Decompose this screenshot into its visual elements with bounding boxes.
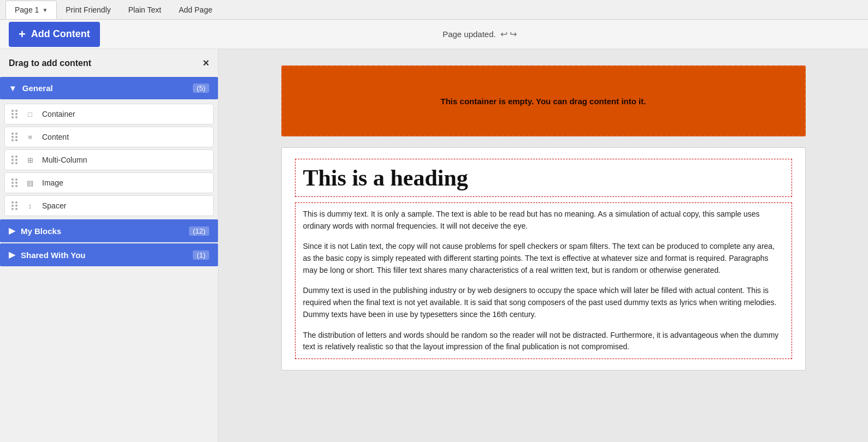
paragraph-4: The distribution of letters and words sh… — [303, 330, 784, 353]
tab-page1-label: Page 1 — [15, 5, 39, 14]
container-icon: □ — [25, 110, 36, 118]
spacer-icon: ↕ — [25, 201, 36, 210]
main-layout: Drag to add content × ▼ General (5) □ Co… — [0, 49, 868, 442]
multi-column-icon: ⊞ — [25, 156, 36, 164]
drag-handle-image — [11, 178, 18, 187]
sidebar-item-container[interactable]: □ Container — [4, 104, 214, 124]
my-blocks-arrow-icon: ▶ — [9, 226, 15, 236]
content-heading: This is a heading — [303, 165, 468, 190]
image-label: Image — [42, 178, 63, 187]
my-blocks-label: My Blocks — [21, 226, 61, 236]
paragraph-3: Dummy text is used in the publishing ind… — [303, 285, 784, 320]
add-content-button[interactable]: + Add Content — [9, 22, 100, 47]
add-content-label: Add Content — [31, 28, 90, 40]
drag-handle-spacer — [11, 201, 18, 210]
sidebar-header: Drag to add content × — [0, 49, 218, 77]
general-items: □ Container ≡ Content ⊞ Multi-Column — [0, 100, 218, 219]
sidebar-close-button[interactable]: × — [203, 57, 209, 69]
empty-container-text: This container is empty. You can drag co… — [441, 97, 646, 106]
sidebar-item-multi-column[interactable]: ⊞ Multi-Column — [4, 150, 214, 170]
tab-add-page-label: Add Page — [179, 5, 212, 14]
general-arrow-icon: ▼ — [9, 83, 17, 93]
section-shared-with-you-header[interactable]: ▶ Shared With You (1) — [0, 243, 218, 266]
content-icon: ≡ — [25, 133, 36, 141]
tab-page1[interactable]: Page 1 ▼ — [5, 1, 57, 19]
sidebar-item-image[interactable]: ▤ Image — [4, 172, 214, 193]
section-my-blocks-header[interactable]: ▶ My Blocks (12) — [0, 219, 218, 242]
undo-button[interactable]: ↩ — [500, 29, 507, 39]
general-badge: (5) — [193, 83, 209, 93]
plus-icon: + — [19, 27, 26, 41]
drag-handle-content — [11, 133, 18, 141]
orange-container-block[interactable]: This container is empty. You can drag co… — [281, 65, 806, 136]
container-label: Container — [42, 110, 75, 118]
heading-box[interactable]: This is a heading — [295, 159, 792, 197]
paragraph-2: Since it is not Latin text, the copy wil… — [303, 241, 784, 276]
spacer-label: Spacer — [42, 201, 66, 210]
general-label: General — [22, 83, 53, 93]
section-general-left: ▼ General — [9, 83, 53, 93]
page-updated-text: Page updated. — [442, 29, 496, 39]
paragraph-1: This is dummy text. It is only a sample.… — [303, 208, 784, 232]
redo-button[interactable]: ↪ — [510, 29, 517, 39]
tab-dropdown-icon[interactable]: ▼ — [42, 7, 48, 13]
tab-print-friendly[interactable]: Print Friendly — [57, 1, 119, 19]
drag-handle-container — [11, 110, 18, 118]
toolbar: + Add Content Page updated. ↩ ↪ — [0, 20, 868, 49]
shared-with-you-label: Shared With You — [21, 250, 85, 260]
content-area: This container is empty. You can drag co… — [219, 49, 868, 442]
section-general-header[interactable]: ▼ General (5) — [0, 77, 218, 99]
tab-plain-text-label: Plain Text — [128, 5, 161, 14]
sidebar-item-content[interactable]: ≡ Content — [4, 127, 214, 147]
drag-handle-multi-column — [11, 156, 18, 164]
my-blocks-badge: (12) — [189, 226, 209, 236]
tab-add-page[interactable]: Add Page — [170, 1, 221, 19]
shared-with-you-badge: (1) — [193, 250, 209, 260]
tab-bar: Page 1 ▼ Print Friendly Plain Text Add P… — [0, 0, 868, 20]
section-my-blocks-left: ▶ My Blocks — [9, 226, 61, 236]
sidebar-title: Drag to add content — [9, 58, 91, 68]
text-box[interactable]: This is dummy text. It is only a sample.… — [295, 202, 792, 359]
sidebar: Drag to add content × ▼ General (5) □ Co… — [0, 49, 219, 442]
tab-print-friendly-label: Print Friendly — [66, 5, 110, 14]
sidebar-item-spacer[interactable]: ↕ Spacer — [4, 195, 214, 216]
undo-redo-group: ↩ ↪ — [500, 29, 517, 39]
image-icon: ▤ — [25, 178, 36, 187]
toolbar-center: Page updated. ↩ ↪ — [100, 29, 859, 39]
section-shared-with-you-left: ▶ Shared With You — [9, 250, 85, 260]
content-label: Content — [42, 133, 69, 141]
tab-plain-text[interactable]: Plain Text — [120, 1, 170, 19]
multi-column-label: Multi-Column — [42, 156, 87, 164]
shared-with-you-arrow-icon: ▶ — [9, 250, 15, 260]
content-block: This is a heading This is dummy text. It… — [281, 147, 806, 371]
